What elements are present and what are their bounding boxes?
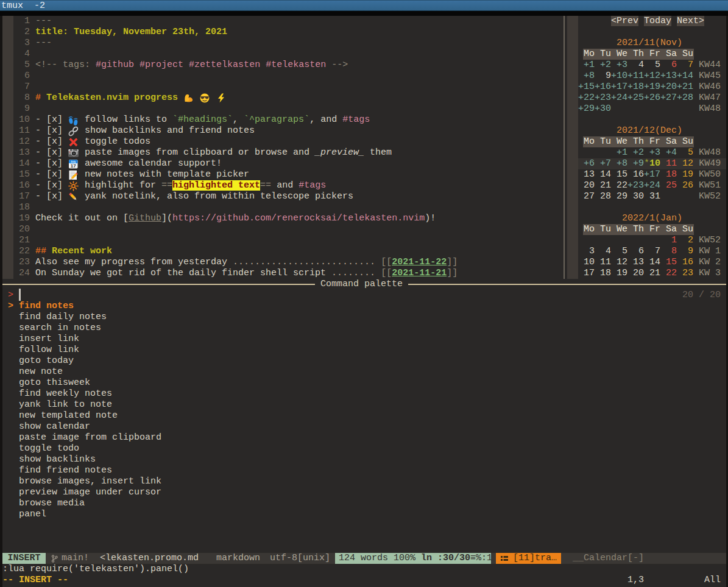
svg-text:17: 17 [71,163,76,169]
